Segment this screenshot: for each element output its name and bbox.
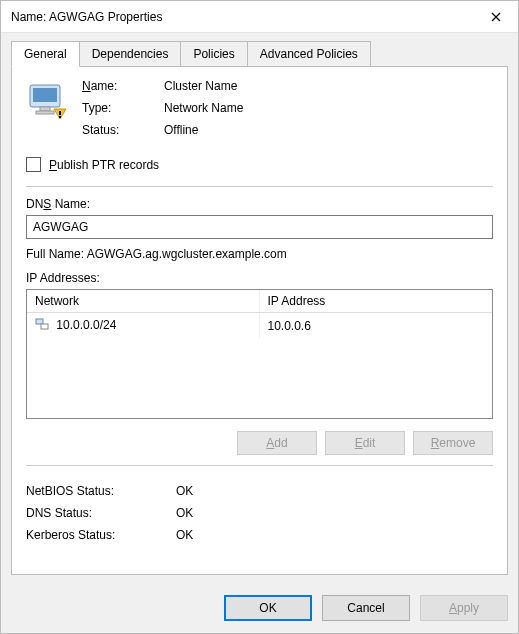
close-button[interactable] (473, 1, 518, 33)
dns-name-input[interactable] (26, 215, 493, 239)
dns-status-value: OK (176, 506, 493, 520)
ok-button[interactable]: OK (224, 595, 312, 621)
info-grid: Name: Cluster Name Type: Network Name St… (82, 79, 493, 145)
content-area: General Dependencies Policies Advanced P… (1, 33, 518, 585)
tab-panel-general: Name: Cluster Name Type: Network Name St… (11, 66, 508, 575)
svg-rect-2 (40, 107, 50, 111)
netbios-status-value: OK (176, 484, 493, 498)
tab-advanced-policies[interactable]: Advanced Policies (247, 41, 371, 66)
properties-window: Name: AGWGAG Properties General Dependen… (0, 0, 519, 634)
add-button: Add (237, 431, 317, 455)
tab-general[interactable]: General (11, 41, 80, 67)
svg-rect-8 (41, 324, 48, 329)
kerberos-status-value: OK (176, 528, 493, 542)
status-label: Status: (82, 123, 164, 137)
publish-ptr-checkbox[interactable] (26, 157, 41, 172)
col-network[interactable]: Network (27, 290, 260, 312)
full-name-row: Full Name: AGWGAG.ag.wgcluster.example.c… (26, 247, 493, 261)
edit-button: Edit (325, 431, 405, 455)
table-row[interactable]: 10.0.0.0/24 10.0.0.6 (27, 313, 492, 338)
name-label: Name: (82, 79, 164, 93)
dns-status-label: DNS Status: (26, 506, 176, 520)
table-header: Network IP Address (27, 290, 492, 313)
ip-addresses-table[interactable]: Network IP Address 10.0.0.0/24 10.0.0. (26, 289, 493, 419)
remove-button: Remove (413, 431, 493, 455)
titlebar: Name: AGWGAG Properties (1, 1, 518, 33)
cell-network-text: 10.0.0.0/24 (56, 318, 116, 332)
info-section: Name: Cluster Name Type: Network Name St… (26, 79, 493, 145)
dialog-buttons: OK Cancel Apply (1, 585, 518, 633)
tab-policies[interactable]: Policies (180, 41, 247, 66)
type-value: Network Name (164, 101, 493, 115)
network-icon (35, 317, 49, 334)
svg-rect-1 (33, 88, 57, 102)
resource-icon-cell (26, 79, 82, 145)
apply-button: Apply (420, 595, 508, 621)
close-icon (491, 12, 501, 22)
cancel-button[interactable]: Cancel (322, 595, 410, 621)
type-label: Type: (82, 101, 164, 115)
kerberos-status-label: Kerberos Status: (26, 528, 176, 542)
svg-rect-5 (59, 111, 61, 115)
ip-buttons-row: Add Edit Remove (26, 431, 493, 455)
monitor-icon (26, 79, 70, 123)
name-value: Cluster Name (164, 79, 493, 93)
tabstrip: General Dependencies Policies Advanced P… (11, 41, 508, 66)
status-value: Offline (164, 123, 493, 137)
separator-2 (26, 465, 493, 466)
dns-name-label: DNS Name: (26, 197, 493, 211)
svg-rect-6 (59, 116, 61, 118)
publish-ptr-row[interactable]: Publish PTR records (26, 157, 493, 172)
ip-addresses-label: IP Addresses: (26, 271, 493, 285)
tab-dependencies[interactable]: Dependencies (79, 41, 182, 66)
status-section: NetBIOS Status: OK DNS Status: OK Kerber… (26, 484, 493, 550)
full-name-value: AGWGAG.ag.wgcluster.example.com (87, 247, 287, 261)
window-title: Name: AGWGAG Properties (1, 10, 473, 24)
col-ip[interactable]: IP Address (260, 290, 493, 312)
full-name-label: Full Name: (26, 247, 84, 261)
publish-ptr-label: Publish PTR records (49, 158, 159, 172)
cell-network: 10.0.0.0/24 (27, 313, 260, 338)
cell-ip: 10.0.0.6 (260, 315, 493, 337)
svg-rect-7 (36, 319, 43, 324)
netbios-status-label: NetBIOS Status: (26, 484, 176, 498)
svg-rect-3 (36, 111, 54, 114)
separator-1 (26, 186, 493, 187)
